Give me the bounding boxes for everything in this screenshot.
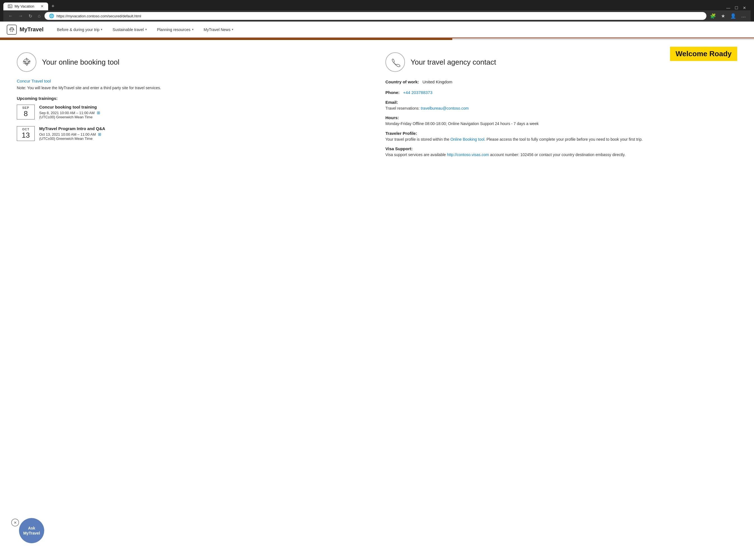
booking-tool-header: Your online booking tool: [17, 52, 369, 72]
email-link[interactable]: travelbureau@contoso.com: [421, 106, 468, 111]
minimize-button[interactable]: —: [726, 6, 730, 10]
tab-close-button[interactable]: ✕: [41, 4, 44, 8]
booking-tool-link[interactable]: Online Booking tool: [450, 137, 484, 142]
event-2-month: OCT: [17, 127, 34, 131]
window-controls: — ☐ ✕: [726, 6, 746, 10]
back-button[interactable]: ←: [7, 12, 15, 20]
email-block: Email: Travel reservations: travelbureau…: [385, 100, 737, 111]
url-text: https://myvacation.contoso.com/secured/d…: [57, 14, 702, 18]
booking-tool-section: Your online booking tool Concur Travel t…: [17, 52, 369, 162]
main-content: Welcome Roady: [0, 40, 754, 173]
event-1-day: 8: [17, 109, 34, 118]
agency-contact-section: Your travel agency contact Country of wo…: [385, 52, 737, 162]
add-to-calendar-icon-1[interactable]: ⊞: [97, 111, 100, 115]
plane-icon-circle: [17, 52, 36, 72]
hours-label: Hours:: [385, 115, 737, 120]
site-header: MyTravel Before & during your trip ▾ Sus…: [0, 22, 754, 38]
tab-bar: My Vacation ✕ +: [3, 2, 751, 11]
visa-block: Visa Support: Visa support services are …: [385, 146, 737, 158]
welcome-banner: Welcome Roady: [670, 47, 737, 61]
event-1-title: Concur booking tool training: [39, 105, 100, 109]
agency-title: Your travel agency contact: [411, 58, 496, 66]
site-logo: MyTravel: [7, 25, 44, 35]
nav-label-sustainable: Sustainable travel: [113, 27, 143, 32]
email-label: Email:: [385, 100, 737, 105]
favorites-icon[interactable]: ★: [720, 12, 727, 20]
nav-item-sustainable[interactable]: Sustainable travel ▾: [108, 22, 151, 38]
site-nav: Before & during your trip ▾ Sustainable …: [53, 22, 238, 38]
maximize-button[interactable]: ☐: [735, 6, 738, 10]
toolbar-icons: 🧩 ★ 👤 …: [709, 12, 747, 20]
new-tab-button[interactable]: +: [49, 2, 57, 11]
nav-chevron-1: ▾: [145, 28, 147, 31]
date-box-1: SEP 8: [17, 105, 35, 119]
profile-text: Your travel profile is stored within the…: [385, 136, 737, 142]
nav-item-planning[interactable]: Planning resources ▾: [153, 22, 198, 38]
nav-chevron-2: ▾: [192, 28, 194, 31]
event-2-details: MyTravel Program Intro and Q&A Oct 13, 2…: [39, 126, 105, 141]
nav-label-before-during: Before & during your trip: [57, 27, 100, 32]
browser-controls: ← → ↻ ⌂ 🌐 https://myvacation.contoso.com…: [3, 11, 751, 22]
two-column-layout: Your online booking tool Concur Travel t…: [17, 52, 737, 162]
nav-label-news: MyTravel News: [204, 27, 231, 32]
visa-text: Visa support services are available http…: [385, 152, 737, 158]
booking-tool-title: Your online booking tool: [42, 58, 119, 66]
training-event-1: SEP 8 Concur booking tool training Sep 8…: [17, 105, 369, 119]
home-button[interactable]: ⌂: [36, 12, 42, 20]
event-2-timezone: (UTC±00) Greenwich Mean Time: [39, 137, 105, 141]
phone-label: Phone:: [385, 90, 400, 95]
event-1-datetime: Sep 8, 2021 10:00 AM – 11:00 AM ⊞: [39, 111, 100, 115]
address-bar[interactable]: 🌐 https://myvacation.contoso.com/secured…: [44, 12, 707, 20]
svg-rect-2: [9, 6, 12, 6]
upcoming-trainings-label: Upcoming trainings:: [17, 96, 369, 101]
country-row: Country of work: United Kingdom: [385, 79, 737, 85]
event-2-datetime: Oct 13, 2021 10:00 AM – 11:00 AM ⊞: [39, 132, 105, 137]
security-icon: 🌐: [49, 14, 54, 18]
browser-chrome: My Vacation ✕ + — ☐ ✕ ← → ↻ ⌂ 🌐 https://…: [0, 0, 754, 22]
site-container: MyTravel Before & during your trip ▾ Sus…: [0, 22, 754, 173]
event-1-details: Concur booking tool training Sep 8, 2021…: [39, 105, 100, 119]
active-tab[interactable]: My Vacation ✕: [3, 2, 48, 11]
phone-link[interactable]: +44 203788373: [403, 90, 432, 95]
close-window-button[interactable]: ✕: [743, 6, 746, 10]
phone-row: Phone: +44 203788373: [385, 89, 737, 96]
nav-chevron-0: ▾: [101, 28, 102, 31]
nav-item-news[interactable]: MyTravel News ▾: [199, 22, 238, 38]
concur-travel-link[interactable]: Concur Travel tool: [17, 79, 369, 83]
country-value: [420, 79, 421, 84]
event-1-month: SEP: [17, 106, 34, 109]
site-logo-text: MyTravel: [20, 26, 44, 33]
profile-block: Traveler Profile: Your travel profile is…: [385, 131, 737, 142]
tab-title: My Vacation: [15, 4, 34, 8]
forward-button[interactable]: →: [17, 12, 25, 20]
svg-rect-1: [9, 5, 10, 6]
tab-favicon: [8, 4, 12, 9]
event-2-day: 13: [17, 131, 34, 140]
more-menu-button[interactable]: …: [740, 12, 747, 20]
booking-tool-note: Note: You will leave the MyTravel site a…: [17, 85, 369, 91]
visa-label: Visa Support:: [385, 146, 737, 151]
profile-collections-icon[interactable]: 👤: [729, 12, 737, 20]
country-label: Country of work:: [385, 79, 419, 84]
extensions-icon[interactable]: 🧩: [709, 12, 717, 20]
hours-block: Hours: Monday-Friday Offline 08:00-18:00…: [385, 115, 737, 127]
refresh-button[interactable]: ↻: [27, 12, 34, 20]
country-value-text: United Kingdom: [423, 79, 452, 84]
phone-icon-circle: [385, 52, 405, 72]
visa-link[interactable]: http://contoso.visas.com: [447, 153, 489, 157]
training-event-2: OCT 13 MyTravel Program Intro and Q&A Oc…: [17, 126, 369, 141]
browser-window: My Vacation ✕ + — ☐ ✕ ← → ↻ ⌂ 🌐 https://…: [0, 0, 754, 173]
nav-chevron-3: ▾: [232, 28, 233, 31]
profile-label: Traveler Profile:: [385, 131, 737, 136]
nav-label-planning: Planning resources: [157, 27, 191, 32]
event-2-title: MyTravel Program Intro and Q&A: [39, 126, 105, 131]
event-1-timezone: (UTC±00) Greenwich Mean Time: [39, 115, 100, 119]
hours-value: Monday-Friday Offline 08:00-18:00; Onlin…: [385, 121, 737, 127]
logo-icon: [7, 25, 17, 35]
add-to-calendar-icon-2[interactable]: ⊞: [98, 132, 101, 137]
nav-item-before-during[interactable]: Before & during your trip ▾: [53, 22, 107, 38]
date-box-2: OCT 13: [17, 126, 35, 141]
email-value: Travel reservations: travelbureau@contos…: [385, 105, 737, 111]
